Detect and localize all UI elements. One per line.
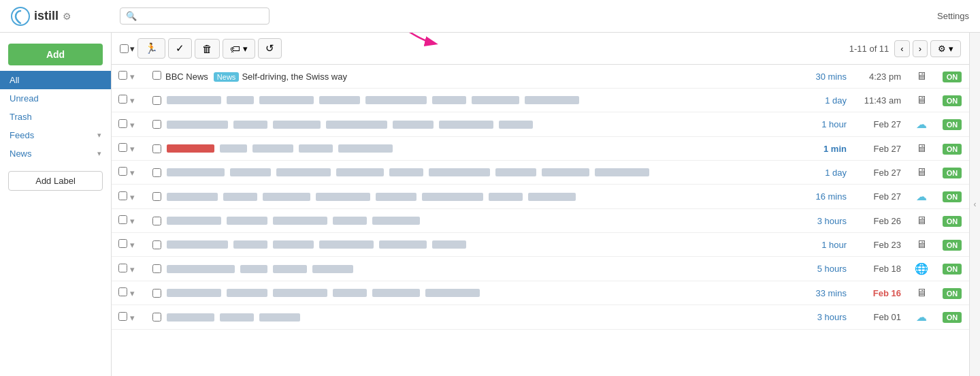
sidebar-item-feeds[interactable]: Feeds ▾ xyxy=(0,126,111,144)
row-checkbox[interactable] xyxy=(118,167,127,176)
row-checkbox[interactable] xyxy=(118,215,127,224)
blurred-content xyxy=(240,265,267,273)
on-badge[interactable]: ON xyxy=(943,264,962,275)
blurred-content xyxy=(422,193,483,201)
item-checkbox[interactable] xyxy=(152,120,161,129)
row-expand-arrow[interactable]: ▾ xyxy=(130,72,135,82)
row-expand-arrow[interactable]: ▾ xyxy=(130,216,135,226)
blurred-content xyxy=(233,121,267,129)
row-expand-arrow[interactable]: ▾ xyxy=(130,120,135,130)
gear-icon: ⚙ xyxy=(938,44,946,54)
row-expand-arrow[interactable]: ▾ xyxy=(130,264,135,275)
item-checkbox[interactable] xyxy=(152,96,161,105)
on-badge[interactable]: ON xyxy=(943,191,962,202)
status-cell[interactable]: ON xyxy=(935,233,969,257)
prev-page-button[interactable]: ‹ xyxy=(894,40,909,57)
blurred-content xyxy=(259,313,300,322)
row-expand-arrow[interactable]: ▾ xyxy=(130,168,135,178)
sidebar-item-all[interactable]: All xyxy=(0,71,111,89)
on-badge[interactable]: ON xyxy=(943,144,962,155)
select-all-checkbox[interactable] xyxy=(120,44,129,53)
monitor-name: BBC News xyxy=(165,72,208,82)
item-checkbox[interactable] xyxy=(152,289,161,298)
on-badge[interactable]: ON xyxy=(943,95,962,106)
interval-cell: 33 mins xyxy=(792,281,853,305)
on-badge[interactable]: ON xyxy=(943,72,962,82)
run-button[interactable]: 🏃 xyxy=(137,38,165,59)
status-cell[interactable]: ON xyxy=(935,257,969,281)
on-badge[interactable]: ON xyxy=(943,288,962,299)
status-cell[interactable]: ON xyxy=(935,89,969,112)
search-input[interactable] xyxy=(141,11,263,21)
row-checkbox[interactable] xyxy=(118,312,127,321)
row-checkbox[interactable] xyxy=(118,143,127,152)
on-badge[interactable]: ON xyxy=(943,168,962,178)
row-checkbox[interactable] xyxy=(118,287,127,296)
refresh-button[interactable]: ↺ xyxy=(258,38,282,59)
select-all-area[interactable]: ▾ xyxy=(120,44,135,54)
tag-button[interactable]: 🏷 ▾ xyxy=(223,39,255,59)
header: istill ⚙ 🔍 Settings xyxy=(0,0,980,33)
blurred-content xyxy=(263,193,310,201)
row-expand-arrow[interactable]: ▾ xyxy=(130,144,135,154)
blurred-content xyxy=(273,265,307,273)
on-badge[interactable]: ON xyxy=(943,240,962,251)
sidebar-item-trash[interactable]: Trash xyxy=(0,108,111,126)
status-cell[interactable]: ON xyxy=(935,209,969,233)
delete-button[interactable]: 🗑 xyxy=(195,39,220,59)
row-checkbox[interactable] xyxy=(118,95,127,104)
interval-cell: 1 min xyxy=(792,137,853,161)
news-badge: News xyxy=(214,72,240,82)
status-cell[interactable]: ON xyxy=(935,185,969,209)
row-checkbox[interactable] xyxy=(118,119,127,128)
select-dropdown-arrow[interactable]: ▾ xyxy=(130,44,135,54)
on-badge[interactable]: ON xyxy=(943,312,962,323)
row-checkbox[interactable] xyxy=(118,71,127,80)
add-label-button[interactable]: Add Label xyxy=(8,171,103,191)
row-checkbox[interactable] xyxy=(118,264,127,272)
icon-cell: ☁ xyxy=(908,305,935,330)
sidebar-item-unread[interactable]: Unread xyxy=(0,89,111,108)
status-cell[interactable]: ON xyxy=(935,305,969,330)
row-expand-arrow[interactable]: ▾ xyxy=(130,313,135,323)
check-button[interactable]: ✓ xyxy=(168,38,192,59)
item-checkbox[interactable] xyxy=(152,168,161,177)
status-cell[interactable]: ON xyxy=(935,137,969,161)
item-checkbox[interactable] xyxy=(152,144,161,153)
status-cell[interactable]: ON xyxy=(935,281,969,305)
status-cell[interactable]: ON xyxy=(935,65,969,89)
item-checkbox[interactable] xyxy=(152,192,161,201)
add-button[interactable]: Add xyxy=(8,44,103,65)
row-expand-arrow[interactable]: ▾ xyxy=(130,95,135,106)
status-cell[interactable]: ON xyxy=(935,112,969,137)
item-checkbox[interactable] xyxy=(152,217,161,225)
row-expand-arrow[interactable]: ▾ xyxy=(130,240,135,250)
row-expand-arrow[interactable]: ▾ xyxy=(130,192,135,202)
row-checkbox[interactable] xyxy=(118,191,127,200)
on-badge[interactable]: ON xyxy=(943,119,962,130)
blurred-content xyxy=(525,96,579,104)
row-expand-arrow[interactable]: ▾ xyxy=(130,288,135,298)
on-badge[interactable]: ON xyxy=(943,216,962,227)
item-checkbox[interactable] xyxy=(152,71,161,80)
status-cell[interactable]: ON xyxy=(935,161,969,185)
sidebar-item-news[interactable]: News ▾ xyxy=(0,144,111,163)
search-bar[interactable]: 🔍 xyxy=(120,7,270,25)
interval-cell: 3 hours xyxy=(792,209,853,233)
row-checkbox[interactable] xyxy=(118,239,127,248)
right-panel-toggle[interactable]: ‹ xyxy=(969,33,980,376)
tag-icon: 🏷 xyxy=(230,43,240,54)
item-checkbox[interactable] xyxy=(152,313,161,322)
settings-link[interactable]: Settings xyxy=(937,11,969,21)
blurred-content xyxy=(220,313,254,322)
blurred-content xyxy=(299,144,333,153)
item-checkbox[interactable] xyxy=(152,240,161,249)
blurred-content xyxy=(233,240,267,249)
monitor-icon: 🖥 xyxy=(916,166,927,178)
item-checkbox[interactable] xyxy=(152,264,161,273)
column-settings-button[interactable]: ⚙ ▾ xyxy=(930,40,961,57)
next-page-button[interactable]: › xyxy=(913,40,928,57)
monitor-icon: 🖥 xyxy=(916,238,927,250)
cloud-icon: ☁ xyxy=(916,119,927,130)
logo-gear-icon: ⚙ xyxy=(63,11,71,22)
